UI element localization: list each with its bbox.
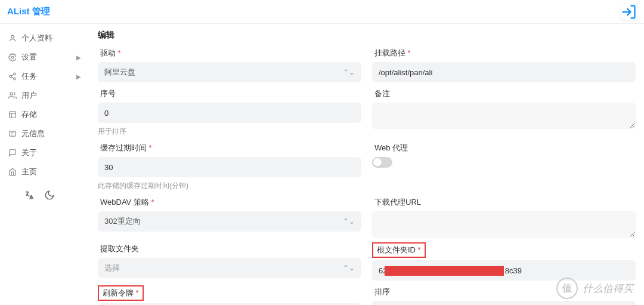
extract-select[interactable]: 选择 ⌃⌄ <box>98 258 361 278</box>
webdav-select[interactable]: 302重定向 ⌃⌄ <box>98 211 361 232</box>
label-root-folder: 根文件夹ID <box>372 242 426 258</box>
svg-point-2 <box>14 73 16 75</box>
sidebar-item-home[interactable]: 主页 <box>0 162 89 181</box>
page-title: 编辑 <box>98 30 636 41</box>
sidebar-item-users[interactable]: 用户 <box>0 86 89 105</box>
label-remark: 备注 <box>372 87 636 100</box>
dark-mode-icon[interactable] <box>44 189 55 202</box>
sidebar: 个人资料 设置 ▶ 任务 ▶ 用户 存储 元信息 关于 主页 <box>0 24 89 305</box>
app-brand[interactable]: AList 管理 <box>7 6 50 17</box>
layout: 个人资料 设置 ▶ 任务 ▶ 用户 存储 元信息 关于 主页 编辑 <box>0 24 644 305</box>
select-placeholder: 选择 <box>104 263 120 273</box>
chevron-right-icon: ▶ <box>76 54 81 61</box>
sidebar-item-settings[interactable]: 设置 ▶ <box>0 48 89 67</box>
share-icon <box>8 72 17 81</box>
label-index: 序号 <box>98 87 361 100</box>
nav-label: 主页 <box>21 167 37 177</box>
form-grid: 驱动 阿里云盘 ⌃⌄ 挂载路径 序号 用于排序 备注 缓存过期时间 <box>98 47 636 305</box>
driver-select[interactable]: 阿里云盘 ⌃⌄ <box>98 62 361 82</box>
helper-index: 用于排序 <box>98 127 361 137</box>
mount-path-input[interactable] <box>372 62 636 82</box>
storage-icon <box>8 110 17 119</box>
web-proxy-toggle[interactable] <box>372 157 392 168</box>
field-cache-exp: 缓存过期时间 此存储的缓存过期时间(分钟) <box>98 141 361 191</box>
exit-icon[interactable] <box>620 4 637 20</box>
nav-label: 设置 <box>21 52 37 63</box>
field-driver: 驱动 阿里云盘 ⌃⌄ <box>98 47 361 82</box>
root-folder-input[interactable]: 622 8c39 <box>372 260 636 281</box>
nav-label: 关于 <box>21 147 37 158</box>
field-web-proxy: Web 代理 <box>372 141 636 191</box>
field-remark: 备注 <box>372 87 636 137</box>
helper-cache: 此存储的缓存过期时间(分钟) <box>98 181 361 191</box>
field-mount-path: 挂载路径 <box>372 47 636 82</box>
remark-textarea[interactable] <box>372 103 636 129</box>
main-content: 编辑 驱动 阿里云盘 ⌃⌄ 挂载路径 序号 用于排序 备注 <box>89 24 644 305</box>
order-by-select[interactable]: 选择 ⌃⌄ <box>372 301 636 305</box>
caret-icon: ⌃⌄ <box>343 68 355 76</box>
meta-icon <box>8 130 17 138</box>
field-down-proxy-url: 下载代理URL <box>372 196 636 238</box>
nav-label: 用户 <box>21 90 37 101</box>
label-web-proxy: Web 代理 <box>372 141 636 155</box>
sidebar-item-tasks[interactable]: 任务 ▶ <box>0 67 89 86</box>
down-proxy-textarea[interactable] <box>372 211 636 238</box>
label-refresh-token: 刷新令牌 <box>98 285 144 301</box>
svg-point-3 <box>10 75 12 78</box>
cache-exp-input[interactable] <box>98 157 361 177</box>
user-circle-icon <box>8 34 17 42</box>
label-extract: 提取文件夹 <box>98 242 361 255</box>
nav-label: 任务 <box>21 71 37 82</box>
gear-icon <box>8 53 17 61</box>
svg-point-0 <box>11 35 14 38</box>
sidebar-tools <box>0 181 89 202</box>
svg-point-5 <box>10 93 13 95</box>
nav-label: 存储 <box>21 109 37 120</box>
users-icon <box>8 91 17 100</box>
sidebar-item-about[interactable]: 关于 <box>0 143 89 162</box>
field-order-by: 排序 选择 ⌃⌄ <box>372 285 636 305</box>
value-left: 622 <box>379 266 392 275</box>
field-refresh-token: 刷新令牌 5e 4d <box>98 285 361 305</box>
sidebar-item-profile[interactable]: 个人资料 <box>0 29 89 48</box>
label-cache-exp: 缓存过期时间 <box>98 141 361 155</box>
label-down-proxy: 下载代理URL <box>372 196 636 209</box>
label-webdav: WebDAV 策略 <box>98 196 361 209</box>
value-right: 8c39 <box>505 266 522 275</box>
svg-point-1 <box>11 56 14 58</box>
language-icon[interactable] <box>24 189 35 202</box>
label-root-folder-wrap: 根文件夹ID <box>372 242 636 258</box>
sidebar-item-meta[interactable]: 元信息 <box>0 124 89 143</box>
label-driver: 驱动 <box>98 47 361 60</box>
index-input[interactable] <box>98 103 361 123</box>
select-value: 302重定向 <box>104 216 141 227</box>
sidebar-item-storage[interactable]: 存储 <box>0 105 89 124</box>
select-value: 阿里云盘 <box>104 67 135 78</box>
field-root-folder-id: 根文件夹ID 622 8c39 <box>372 242 636 281</box>
home-icon <box>8 168 17 176</box>
field-webdav-policy: WebDAV 策略 302重定向 ⌃⌄ <box>98 196 361 238</box>
nav-label: 元信息 <box>21 128 45 139</box>
svg-rect-6 <box>10 112 16 118</box>
chat-icon <box>8 149 17 157</box>
label-order-by: 排序 <box>372 285 636 298</box>
app-header: AList 管理 <box>0 0 644 24</box>
field-extract-folder: 提取文件夹 选择 ⌃⌄ <box>98 242 361 281</box>
nav-label: 个人资料 <box>21 33 52 44</box>
label-mount-path: 挂载路径 <box>372 47 636 60</box>
field-index: 序号 用于排序 <box>98 87 361 137</box>
caret-icon: ⌃⌄ <box>343 264 355 272</box>
caret-icon: ⌃⌄ <box>343 217 355 226</box>
chevron-right-icon: ▶ <box>76 73 81 80</box>
svg-point-4 <box>14 78 16 80</box>
label-refresh-wrap: 刷新令牌 <box>98 285 361 301</box>
